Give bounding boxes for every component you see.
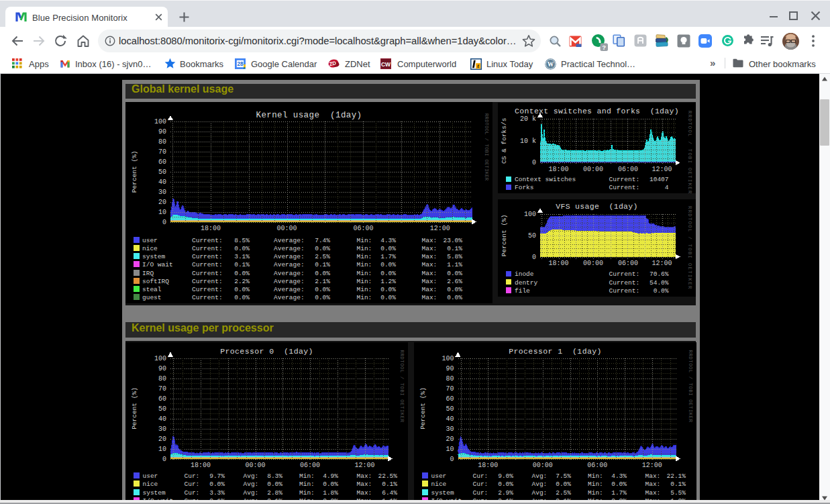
svg-text:Avg:: Avg: — [244, 489, 259, 497]
svg-text:0.0%: 0.0% — [654, 287, 669, 295]
svg-text:user: user — [431, 472, 447, 480]
svg-text:guest: guest — [142, 294, 162, 301]
svg-text:4.3%: 4.3% — [380, 237, 396, 244]
svg-text:18:00: 18:00 — [191, 462, 211, 469]
svg-text:Percent (%): Percent (%) — [131, 387, 138, 430]
svg-text:4: 4 — [665, 184, 669, 191]
svg-text:Avg:: Avg: — [532, 481, 548, 488]
svg-text:8.3%: 8.3% — [267, 472, 282, 480]
svg-text:06:00: 06:00 — [587, 462, 607, 469]
svg-text:20: 20 — [158, 199, 166, 206]
svg-text:18:00: 18:00 — [548, 260, 568, 267]
svg-text:1.8%: 1.8% — [323, 489, 338, 497]
svg-text:50: 50 — [528, 232, 536, 240]
svg-text:RRDTOOL / TOBI OETIKER: RRDTOOL / TOBI OETIKER — [687, 206, 692, 290]
svg-text:0: 0 — [532, 254, 536, 261]
svg-text:0.0%: 0.0% — [209, 481, 225, 488]
svg-text:28: 28 — [237, 61, 244, 67]
svg-text:8.5%: 8.5% — [234, 237, 250, 244]
svg-text:0.1%: 0.1% — [382, 481, 397, 488]
svg-text:Min:: Min: — [299, 489, 315, 497]
svg-text:Cur:: Cur: — [185, 481, 200, 488]
svg-text:0.0%: 0.0% — [323, 481, 338, 488]
svg-text:2.8%: 2.8% — [267, 489, 282, 497]
svg-text:20: 20 — [446, 436, 454, 443]
svg-text:Cur:: Cur: — [185, 489, 200, 497]
svg-text:4.9%: 4.9% — [323, 472, 338, 480]
svg-text:IRQ: IRQ — [142, 270, 154, 277]
svg-text:40: 40 — [158, 415, 166, 423]
svg-text:0.0%: 0.0% — [380, 261, 396, 268]
svg-text:20: 20 — [158, 436, 166, 443]
svg-text:VFS usage (1day): VFS usage (1day) — [556, 202, 637, 211]
svg-text:0.0%: 0.0% — [315, 294, 330, 301]
svg-text:RRDTOOL / TOBI OETIKER: RRDTOOL / TOBI OETIKER — [687, 111, 692, 193]
svg-text:0: 0 — [162, 456, 166, 463]
svg-text:W: W — [548, 61, 554, 68]
svg-text:0.0%: 0.0% — [234, 245, 250, 252]
svg-text:Current:: Current: — [192, 278, 223, 285]
svg-text:Min:: Min: — [299, 481, 315, 488]
svg-text:70: 70 — [158, 148, 166, 156]
svg-text:Avg:: Avg: — [244, 472, 259, 480]
svg-text:7.5%: 7.5% — [556, 472, 571, 480]
svg-text:Processor 1 (1day): Processor 1 (1day) — [509, 347, 602, 356]
svg-text:Max:: Max: — [422, 294, 437, 301]
svg-text:softIRQ: softIRQ — [142, 278, 169, 285]
svg-text:Context switches and forks (1: Context switches and forks (1day) — [515, 107, 679, 115]
svg-text:06:00: 06:00 — [618, 260, 638, 267]
svg-text:70: 70 — [446, 385, 454, 393]
svg-text:18:00: 18:00 — [201, 225, 221, 232]
svg-text:0: 0 — [532, 159, 536, 166]
svg-text:0.1%: 0.1% — [315, 261, 330, 268]
svg-text:6.4%: 6.4% — [382, 489, 397, 497]
svg-text:0.0%: 0.0% — [556, 481, 571, 488]
svg-text:Min:: Min: — [357, 270, 372, 277]
svg-text:0.0%: 0.0% — [380, 270, 396, 277]
svg-text:10: 10 — [446, 446, 454, 453]
svg-text:Current:: Current: — [192, 245, 223, 252]
svg-text:Forks: Forks — [515, 184, 534, 191]
svg-text:Current:: Current: — [192, 270, 223, 277]
svg-text:Average:: Average: — [274, 245, 305, 252]
svg-text:18:00: 18:00 — [548, 166, 568, 173]
svg-text:Min:: Min: — [357, 294, 372, 301]
svg-text:00:00: 00:00 — [583, 166, 603, 173]
svg-text:06:00: 06:00 — [300, 462, 320, 469]
svg-text:Current:: Current: — [192, 286, 223, 293]
svg-text:4.3%: 4.3% — [611, 472, 627, 480]
svg-text:30: 30 — [158, 189, 166, 196]
svg-text:50: 50 — [158, 405, 166, 413]
svg-text:Current:: Current: — [609, 279, 640, 287]
svg-text:Current:: Current: — [192, 261, 223, 268]
svg-text:60: 60 — [158, 395, 166, 403]
svg-text:10: 10 — [158, 446, 166, 453]
svg-text:100: 100 — [154, 118, 166, 125]
svg-text:Average:: Average: — [274, 261, 305, 268]
svg-text:0.0%: 0.0% — [447, 286, 462, 293]
svg-text:Percent (%): Percent (%) — [501, 214, 508, 256]
svg-text:50: 50 — [158, 168, 166, 176]
svg-text:20 k: 20 k — [520, 115, 536, 123]
svg-text:100: 100 — [442, 355, 454, 362]
svg-text:00:00: 00:00 — [583, 260, 603, 267]
svg-text:?: ? — [602, 44, 606, 51]
svg-text:5.8%: 5.8% — [447, 253, 462, 260]
svg-text:Max:: Max: — [357, 481, 372, 488]
svg-text:2.5%: 2.5% — [315, 253, 330, 260]
svg-text:Min:: Min: — [357, 278, 372, 285]
svg-text:0.0%: 0.0% — [315, 245, 330, 252]
svg-text:Current:: Current: — [192, 253, 223, 260]
svg-text:RRDTOOL / TOBI OETIKER: RRDTOOL / TOBI OETIKER — [484, 113, 489, 181]
svg-text:0.0%: 0.0% — [447, 270, 462, 277]
svg-text:0.0%: 0.0% — [234, 270, 250, 277]
svg-text:Max:: Max: — [422, 261, 437, 268]
svg-text:Average:: Average: — [274, 253, 305, 260]
svg-text:nice: nice — [431, 481, 447, 488]
svg-text:RRDTOOL / TOBI OETIKER: RRDTOOL / TOBI OETIKER — [399, 350, 405, 423]
svg-text:Min:: Min: — [357, 261, 372, 268]
svg-text:Avg:: Avg: — [532, 472, 548, 480]
svg-text:Cur:: Cur: — [473, 489, 488, 497]
svg-text:06:00: 06:00 — [354, 225, 374, 232]
svg-text:12:00: 12:00 — [354, 462, 374, 469]
